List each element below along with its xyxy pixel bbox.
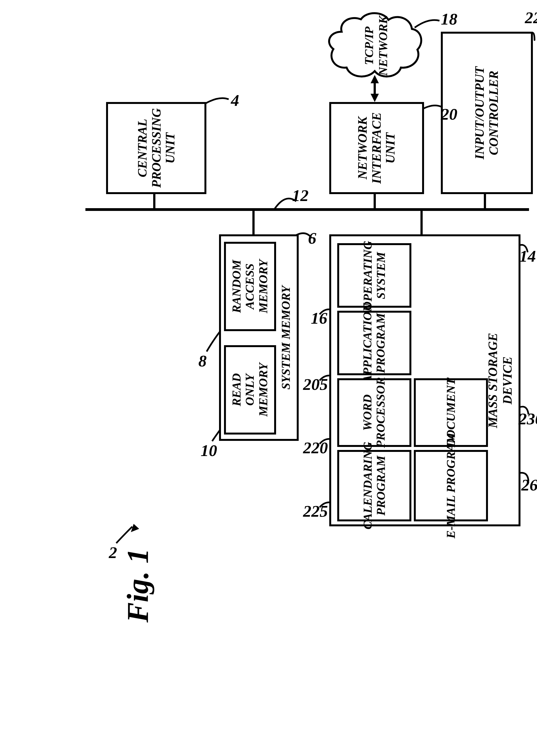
ref-sysmem: 6: [308, 229, 316, 248]
io-controller-text: INPUT/OUTPUT CONTROLLER: [473, 67, 501, 159]
cloud-label: TCP/IPNETWORK: [345, 32, 408, 60]
ref-overall: 2: [109, 543, 117, 562]
ref-nic: 20: [441, 105, 457, 124]
figure-label: Fig. 1: [97, 568, 179, 603]
ref-cpu: 4: [231, 91, 239, 110]
ref-doc: 230: [518, 410, 537, 428]
ref-email: 26: [521, 476, 537, 495]
ref-storage: 14: [519, 247, 536, 266]
ref-wp: 220: [303, 438, 328, 457]
nic-block: NETWORK INTERFACE UNIT: [329, 102, 424, 194]
ref-cal: 225: [303, 502, 328, 521]
mass-storage-block: MASS STORAGEDEVICE OPERATINGSYSTEM APPLI…: [329, 234, 520, 526]
svg-marker-1: [371, 75, 379, 83]
ref-app: 205: [303, 375, 328, 394]
system-memory-block: SYSTEM MEMORY RANDOM ACCESS MEMORY READ …: [219, 234, 299, 441]
cpu-text: CENTRAL PROCESSING UNIT: [135, 109, 177, 188]
ram-block: RANDOM ACCESS MEMORY: [224, 242, 276, 331]
application-program-block: APPLICATIONPROGRAM: [337, 311, 411, 375]
email-program-block: E-MAIL PROGRAM: [414, 450, 488, 521]
cpu-block: CENTRAL PROCESSING UNIT: [106, 102, 206, 194]
nic-text: NETWORK INTERFACE UNIT: [356, 112, 397, 184]
svg-marker-2: [371, 94, 379, 102]
ref-bus: 12: [292, 186, 309, 205]
word-processor-block: WORDPROCESSOR: [337, 378, 411, 447]
ref-ram: 8: [198, 351, 207, 371]
rom-block: READ ONLY MEMORY: [224, 345, 276, 434]
system-memory-title: SYSTEM MEMORY: [279, 286, 293, 390]
ref-os: 16: [311, 309, 327, 328]
ref-rom: 10: [201, 441, 217, 460]
ref-cloud: 18: [441, 10, 457, 29]
svg-marker-8: [131, 524, 139, 532]
ref-ioctrl: 22: [525, 8, 537, 27]
calendaring-program-block: CALENDARINGPROGRAM: [337, 450, 411, 521]
mass-storage-title: MASS STORAGEDEVICE: [485, 333, 515, 428]
operating-system-block: OPERATINGSYSTEM: [337, 243, 411, 308]
